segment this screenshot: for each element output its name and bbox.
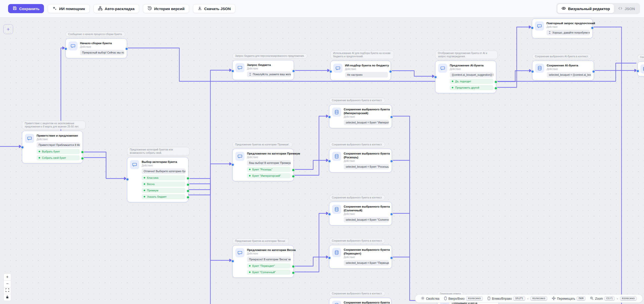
node-message[interactable]: selected_bouquet = Букет "Роскошь" (Прем… [344, 164, 389, 169]
node-annotation[interactable]: Сохранение выбранного AI-букета в контек… [532, 54, 591, 59]
node-category-choice[interactable]: Выбор категории букетаДействиеОтлично! В… [127, 157, 188, 202]
flow-edge[interactable] [496, 71, 529, 82]
option-output-port[interactable] [292, 175, 295, 178]
node-message[interactable]: selected_bouquet = Букет "Первоцвет" (Ве… [344, 260, 389, 266]
option-output-port[interactable] [494, 87, 498, 90]
node-save-primrose[interactable]: Сохранение выбранного букета(Первоцвет)Д… [329, 245, 392, 269]
node-save-imperial[interactable]: Сохранение выбранного букета(Императорск… [329, 105, 392, 128]
output-port[interactable] [125, 47, 128, 50]
node-annotation[interactable]: Использование AI для подбора букета на о… [330, 50, 394, 59]
node-annotation[interactable]: Сообщение о начале процесса сборки букет… [65, 32, 125, 37]
node-message[interactable]: Пожалуйста, укажите ваш желаемый б… [247, 71, 291, 77]
node-option[interactable]: Букет "Императорский" [247, 173, 291, 178]
node-message[interactable]: {{context.ai_bouquet_suggestion}} Вам по… [450, 72, 493, 78]
flow-edge[interactable] [593, 27, 622, 304]
add-node-button[interactable]: + [3, 24, 13, 34]
node-ai-save[interactable]: Сохранение AI-букетаДействиеselected_bou… [532, 61, 594, 81]
tab-visual-editor[interactable]: Визуальный редактор [557, 4, 614, 13]
flow-canvas[interactable]: Начало сборки букетаДействиеПрекрасный в… [0, 0, 644, 304]
node-annotation[interactable]: Генерация ответа [637, 55, 644, 60]
option-output-port[interactable] [292, 168, 295, 172]
node-message[interactable]: Приветствую! Приближается 8 Марта, и мы… [37, 142, 80, 148]
node-save-luxury[interactable]: Сохранение выбранного букета(Роскошь)Дей… [329, 149, 392, 172]
output-port[interactable] [592, 70, 595, 73]
node-option[interactable]: Указать бюджет [142, 194, 185, 199]
node-option[interactable]: Собрать свой букет [37, 155, 80, 160]
node-ai-budget-pick[interactable]: ИИ-подбор букета по бюджетуДействиеНе на… [330, 61, 391, 81]
node-annotation[interactable]: Сохранение выбранного букета в контекст. [329, 238, 385, 243]
node-message[interactable]: Хорошо, давайте попробуем еще раз. … [547, 30, 590, 35]
node-annotation[interactable]: Сохранение выбранного букета в контекст. [329, 142, 385, 147]
lock-button[interactable] [4, 294, 11, 301]
node-annotation[interactable]: Предложение букетов из категории 'Весна'… [232, 238, 289, 244]
node-save-bottom[interactable]: Сохранение выбранного букетаДействие [329, 298, 391, 304]
option-output-port[interactable] [81, 157, 84, 160]
node-budget-request[interactable]: Запрос бюджетаДействиеПожалуйста, укажит… [232, 60, 294, 80]
input-port[interactable] [636, 69, 639, 73]
node-option[interactable]: Предложить другой [450, 85, 493, 90]
input-port[interactable] [329, 70, 332, 73]
option-output-port[interactable] [186, 196, 190, 199]
node-message[interactable]: Отлично! Выберите категорию букета, кото… [142, 168, 185, 174]
input-port[interactable] [64, 47, 67, 50]
ai-assistant-button[interactable]: ИИ помощник [48, 4, 89, 13]
save-button[interactable]: Сохранить [8, 4, 44, 13]
node-greeting[interactable]: Приветствие и предложениеДействиеПриветс… [22, 131, 83, 163]
node-generate-right[interactable] [637, 61, 644, 77]
fit-view-button[interactable] [4, 287, 11, 294]
node-message[interactable]: selected_bouquet = Букет "Императорский"… [344, 120, 389, 125]
node-annotation[interactable]: Сохранение выбранного букета в контекст. [329, 98, 385, 103]
zoom-in-button[interactable]: + [4, 273, 11, 281]
node-option[interactable]: Букет "Солнечный" [247, 270, 291, 275]
node-save-sunny[interactable]: Сохранение выбранного букета(Солнечный)Д… [329, 202, 392, 225]
flow-edge[interactable] [496, 27, 529, 87]
node-option[interactable]: Классика [142, 175, 185, 180]
flow-edge[interactable] [83, 152, 124, 179]
auto-layout-button[interactable]: Авто-раскладка [93, 4, 139, 13]
node-option[interactable]: Да, подходит [450, 79, 493, 84]
flow-edge[interactable] [294, 213, 326, 272]
input-port[interactable] [531, 26, 534, 30]
flow-edge[interactable] [188, 70, 229, 195]
input-port[interactable] [328, 160, 331, 163]
node-option[interactable]: Букет "Первоцвет" [247, 263, 291, 268]
node-message[interactable]: selected_bouquet = {{context.ai_bouquet_… [547, 72, 591, 78]
node-annotation[interactable]: Приветствие с акцентом на эксклюзивные п… [22, 121, 86, 129]
download-json-button[interactable]: Скачать JSON [193, 4, 235, 13]
input-port[interactable] [21, 146, 24, 149]
flow-edge[interactable] [83, 158, 106, 179]
output-port[interactable] [390, 256, 393, 260]
flow-edge[interactable] [294, 116, 326, 175]
input-port[interactable] [126, 178, 129, 181]
node-premium-offer[interactable]: Предложение по категории ПремиумДействие… [232, 149, 294, 181]
zoom-out-button[interactable]: − [4, 280, 11, 287]
flow-edge[interactable] [391, 71, 432, 76]
input-port[interactable] [328, 115, 331, 119]
node-start-build[interactable]: Начало сборки букетаДействиеПрекрасный в… [65, 38, 127, 58]
option-output-port[interactable] [186, 189, 190, 193]
output-port[interactable] [390, 160, 393, 163]
node-annotation[interactable]: Предложение категорий букетов или возмож… [127, 147, 190, 156]
node-message[interactable]: selected_bouquet = Букет "Солнечный" (Ве… [344, 217, 389, 222]
node-option[interactable]: Выбрать букет [37, 149, 80, 154]
node-retry-preferences[interactable]: Повторный запрос предпочтенийДействиеХор… [532, 18, 593, 38]
version-history-button[interactable]: История версий [143, 4, 189, 13]
node-message[interactable]: Прекрасный выбор! Сейчас мы поможем в… [80, 50, 124, 55]
node-annotation[interactable]: Сохранение выбранного букета в контекст. [329, 291, 385, 296]
node-option[interactable]: Букет "Роскошь" [247, 167, 291, 172]
flow-edge[interactable] [188, 184, 229, 260]
output-port[interactable] [292, 69, 295, 73]
option-output-port[interactable] [186, 183, 190, 186]
output-port[interactable] [389, 70, 392, 73]
output-port[interactable] [591, 26, 594, 30]
node-option[interactable]: Премиум [142, 188, 185, 193]
option-output-port[interactable] [494, 80, 498, 84]
input-port[interactable] [231, 163, 234, 166]
output-port[interactable] [390, 115, 393, 119]
option-output-port[interactable] [186, 177, 190, 180]
node-annotation[interactable]: Сохранение выбранного букета в контекст. [329, 195, 385, 200]
input-port[interactable] [531, 70, 534, 73]
node-message[interactable]: Не настроен [345, 72, 388, 78]
node-annotation[interactable]: Отображение предложения букета от AI и з… [435, 50, 498, 59]
tab-json[interactable]: JSON [614, 4, 639, 13]
